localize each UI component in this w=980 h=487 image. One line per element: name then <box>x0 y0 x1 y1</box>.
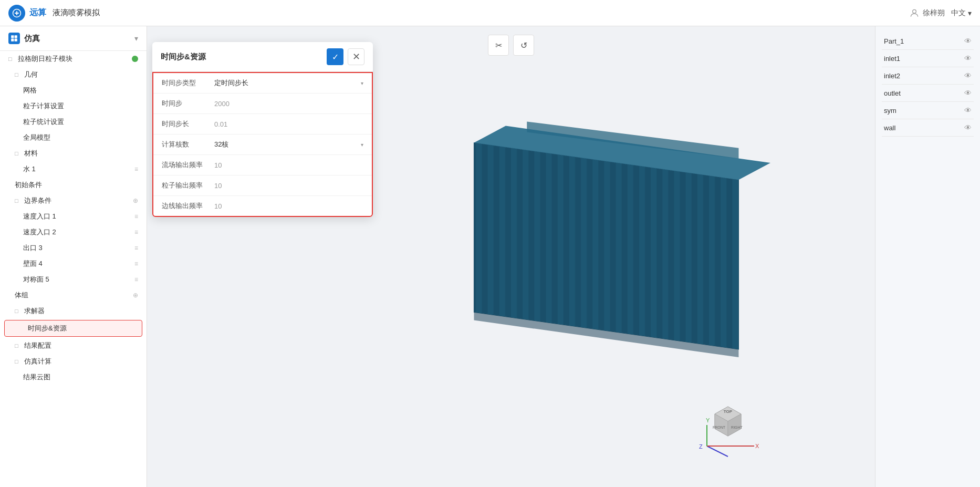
svg-line-20 <box>707 446 728 457</box>
item-label: 初始条件 <box>15 180 138 190</box>
tree-item-sim-calc[interactable]: □ 仿真计算 <box>0 354 147 369</box>
tree-item-vel-inlet1[interactable]: 速度入口 1 ≡ <box>0 209 147 224</box>
eye-icon[interactable]: 👁 <box>964 54 972 63</box>
tree-item-body-group[interactable]: 体组 ⊕ <box>0 287 147 303</box>
item-label: 速度入口 2 <box>23 227 131 237</box>
menu-icon[interactable]: ≡ <box>134 260 138 267</box>
dialog: 时间步&资源 ✓ ✕ 时间步类型 定时间步长 ▾ 时间步 <box>152 42 373 217</box>
form-row-calc-cores: 计算核数 32核 ▾ <box>153 134 372 155</box>
tree-item-particle-stat[interactable]: 粒子统计设置 <box>0 114 147 130</box>
dialog-confirm-button[interactable]: ✓ <box>327 48 343 65</box>
select-timestep-type[interactable]: 定时间步长 ▾ <box>214 78 363 88</box>
form-row-timestep-length: 时间步长 <box>153 114 372 134</box>
right-panel-item-outlet[interactable]: outlet 👁 <box>882 85 974 102</box>
tree-item-global-model[interactable]: 全局模型 <box>0 130 147 146</box>
tree-item-particle-calc[interactable]: 粒子计算设置 <box>0 98 147 114</box>
plus-icon[interactable]: ⊕ <box>133 197 138 204</box>
item-label: 全局模型 <box>23 133 138 142</box>
tree-item-boundary[interactable]: □ 边界条件 ⊕ <box>0 193 147 209</box>
field-label-timestep-type: 时间步类型 <box>162 78 214 88</box>
sidebar-header: 仿真 ▾ <box>0 26 147 51</box>
item-label: 网格 <box>23 86 138 95</box>
svg-point-1 <box>913 9 916 13</box>
form-row-timestep: 时间步 <box>153 94 372 114</box>
tree-item-solver[interactable]: □ 求解器 <box>0 303 147 319</box>
lang-selector[interactable]: 中文 ▾ <box>951 8 972 18</box>
plus-icon[interactable]: ⊕ <box>133 292 138 299</box>
svg-text:RIGHT: RIGHT <box>731 426 743 429</box>
item-label: 水 1 <box>23 164 131 174</box>
item-label: 出口 3 <box>23 243 131 253</box>
right-panel: Part_1 👁 inlet1 👁 inlet2 👁 outlet 👁 sym … <box>875 26 980 487</box>
chevron-down-icon: ▾ <box>361 142 363 148</box>
expand-icon: □ <box>15 198 21 204</box>
tree-item-timestep[interactable]: 时间步&资源 <box>4 320 142 337</box>
dialog-close-button[interactable]: ✕ <box>348 48 364 65</box>
main-layout: 仿真 ▾ □ 拉格朗日粒子模块 □ 几何 网格 粒子计算设置 粒子统计设置 全局… <box>0 26 980 487</box>
eye-icon[interactable]: 👁 <box>964 89 972 97</box>
eye-icon[interactable]: 👁 <box>964 71 972 80</box>
tree-item-result-config[interactable]: □ 结果配置 <box>0 338 147 354</box>
topbar: 远算 液滴喷雾模拟 徐梓朔 中文 ▾ <box>0 0 980 26</box>
tree-item-outlet3[interactable]: 出口 3 ≡ <box>0 240 147 256</box>
eye-icon[interactable]: 👁 <box>964 123 972 132</box>
select-value: 定时间步长 <box>214 78 248 88</box>
input-particle-freq[interactable] <box>214 182 363 190</box>
undo-button[interactable]: ↺ <box>513 35 534 56</box>
svg-text:X: X <box>755 443 759 449</box>
eye-icon[interactable]: 👁 <box>964 106 972 115</box>
tree-item-material[interactable]: □ 材料 <box>0 146 147 161</box>
tree-item-init[interactable]: 初始条件 <box>0 177 147 193</box>
sidebar-title-label: 仿真 <box>24 34 40 44</box>
input-flow-freq[interactable] <box>214 161 363 169</box>
right-panel-item-sym[interactable]: sym 👁 <box>882 102 974 119</box>
panel-label: inlet1 <box>884 55 900 63</box>
dialog-title: 时间步&资源 <box>161 52 206 62</box>
svg-text:FRONT: FRONT <box>713 426 726 429</box>
item-label: 体组 <box>15 291 130 300</box>
sidebar-collapse-icon[interactable]: ▾ <box>134 34 138 43</box>
item-label: 对称面 5 <box>23 275 131 284</box>
select-calc-cores[interactable]: 32核 ▾ <box>214 140 363 149</box>
tree-item-result-cloud[interactable]: 结果云图 <box>0 369 147 385</box>
input-timestep-length[interactable] <box>214 120 363 128</box>
lang-dropdown-icon: ▾ <box>968 9 972 17</box>
right-panel-item-part1[interactable]: Part_1 👁 <box>882 33 974 50</box>
username: 徐梓朔 <box>923 8 945 18</box>
menu-icon[interactable]: ≡ <box>134 244 138 252</box>
svg-rect-3 <box>15 35 17 38</box>
svg-text:Y: Y <box>706 417 710 423</box>
panel-label: wall <box>884 124 895 132</box>
lang-label: 中文 <box>951 8 966 18</box>
tree-item-lagrange[interactable]: □ 拉格朗日粒子模块 <box>0 51 147 67</box>
tree-item-wall4[interactable]: 壁面 4 ≡ <box>0 256 147 272</box>
item-label: 边界条件 <box>24 196 130 205</box>
field-label-edge-freq: 边线输出频率 <box>162 201 214 211</box>
status-dot <box>132 56 138 62</box>
panel-label: inlet2 <box>884 72 900 80</box>
menu-icon[interactable]: ≡ <box>134 229 138 236</box>
right-panel-item-wall[interactable]: wall 👁 <box>882 119 974 137</box>
tree-item-mesh[interactable]: 网格 <box>0 82 147 98</box>
right-panel-item-inlet1[interactable]: inlet1 👁 <box>882 50 974 67</box>
logo-icon <box>8 5 25 22</box>
sidebar-module-icon <box>8 33 20 44</box>
tree-item-vel-inlet2[interactable]: 速度入口 2 ≡ <box>0 224 147 240</box>
panel-label: sym <box>884 107 896 115</box>
input-edge-freq[interactable] <box>214 202 363 210</box>
user-info[interactable]: 徐梓朔 <box>909 8 945 18</box>
cut-button[interactable]: ✂ <box>488 35 509 56</box>
tree-item-sym5[interactable]: 对称面 5 ≡ <box>0 272 147 287</box>
tree-item-water1[interactable]: 水 1 ≡ <box>0 161 147 177</box>
app-title: 液滴喷雾模拟 <box>53 8 100 18</box>
item-label: 材料 <box>24 149 138 158</box>
menu-icon[interactable]: ≡ <box>134 213 138 220</box>
right-panel-item-inlet2[interactable]: inlet2 👁 <box>882 67 974 85</box>
input-timestep[interactable] <box>214 100 363 108</box>
eye-icon[interactable]: 👁 <box>964 37 972 45</box>
menu-icon[interactable]: ≡ <box>134 165 138 173</box>
tree-item-geometry[interactable]: □ 几何 <box>0 67 147 82</box>
select-value: 32核 <box>214 140 228 149</box>
axes-widget: TOP FRONT RIGHT Z X Y <box>696 396 759 461</box>
menu-icon[interactable]: ≡ <box>134 276 138 283</box>
